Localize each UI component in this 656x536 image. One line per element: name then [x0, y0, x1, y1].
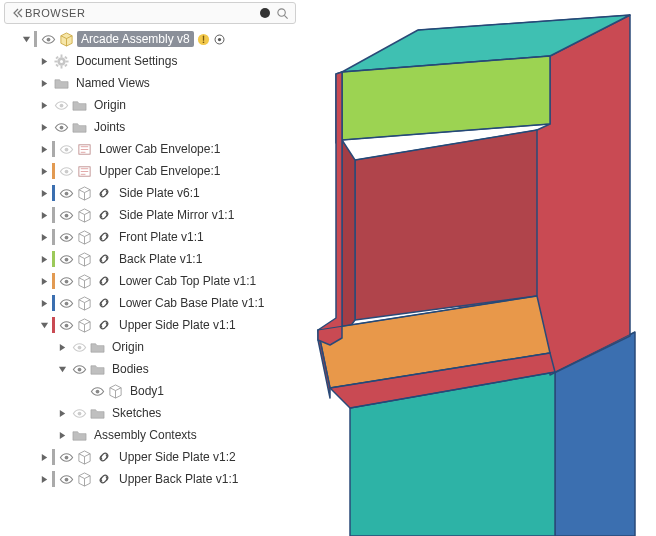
item-label: Origin [90, 97, 130, 113]
visibility-off-icon[interactable] [57, 164, 75, 179]
chevron-right-icon[interactable] [36, 233, 52, 242]
folder-icon [70, 96, 88, 114]
tree-item-side-plate[interactable]: Side Plate v6:1 [4, 182, 300, 204]
item-label: Document Settings [72, 53, 181, 69]
visibility-icon[interactable] [57, 472, 75, 487]
tree-root[interactable]: Arcade Assembly v8 [4, 28, 300, 50]
chevron-right-icon[interactable] [36, 453, 52, 462]
visibility-icon[interactable] [57, 274, 75, 289]
item-label: Sketches [108, 405, 165, 421]
link-icon [95, 470, 113, 488]
folder-icon [70, 426, 88, 444]
link-icon [95, 228, 113, 246]
chevron-right-icon[interactable] [36, 145, 52, 154]
collapse-icon[interactable] [11, 7, 25, 19]
visibility-icon[interactable] [57, 450, 75, 465]
component-icon [75, 206, 93, 224]
svg-marker-23 [355, 130, 537, 320]
item-label: Upper Side Plate v1:2 [115, 449, 240, 465]
tree-item-back-plate[interactable]: Back Plate v1:1 [4, 248, 300, 270]
body-icon [106, 382, 124, 400]
chevron-right-icon[interactable] [36, 255, 52, 264]
chevron-right-icon[interactable] [36, 79, 52, 88]
component-icon [75, 250, 93, 268]
tree-item-usp-origin[interactable]: Origin [4, 336, 300, 358]
chevron-right-icon[interactable] [36, 277, 52, 286]
tree-item-body1[interactable]: Body1 [4, 380, 300, 402]
tree-item-usp-asm-ctx[interactable]: Assembly Contexts [4, 424, 300, 446]
tree-item-doc-settings[interactable]: Document Settings [4, 50, 300, 72]
visibility-icon[interactable] [57, 230, 75, 245]
target-icon[interactable] [213, 33, 226, 46]
link-icon [95, 250, 113, 268]
visibility-off-icon[interactable] [57, 142, 75, 157]
tree-item-lower-cab-top[interactable]: Lower Cab Top Plate v1:1 [4, 270, 300, 292]
tree-item-usp-bodies[interactable]: Bodies [4, 358, 300, 380]
chevron-down-icon[interactable] [18, 35, 34, 44]
visibility-icon[interactable] [70, 362, 88, 377]
chevron-right-icon[interactable] [36, 101, 52, 110]
link-icon [95, 184, 113, 202]
chevron-right-icon[interactable] [36, 211, 52, 220]
visibility-icon[interactable] [57, 296, 75, 311]
visibility-icon[interactable] [57, 252, 75, 267]
panel-min-icon[interactable] [260, 8, 270, 18]
visibility-off-icon[interactable] [70, 406, 88, 421]
tree-item-lower-cab-base[interactable]: Lower Cab Base Plate v1:1 [4, 292, 300, 314]
chevron-right-icon[interactable] [36, 57, 52, 66]
color-swatch [52, 163, 55, 179]
color-swatch [52, 185, 55, 201]
visibility-icon[interactable] [57, 208, 75, 223]
component-icon [75, 470, 93, 488]
item-label: Side Plate Mirror v1:1 [115, 207, 238, 223]
visibility-icon[interactable] [57, 186, 75, 201]
tree-item-upper-cab-env[interactable]: Upper Cab Envelope:1 [4, 160, 300, 182]
chevron-right-icon[interactable] [54, 343, 70, 352]
link-icon [95, 448, 113, 466]
folder-icon [88, 404, 106, 422]
visibility-off-icon[interactable] [70, 340, 88, 355]
tree-item-front-plate[interactable]: Front Plate v1:1 [4, 226, 300, 248]
chevron-right-icon[interactable] [54, 409, 70, 418]
visibility-icon[interactable] [57, 318, 75, 333]
chevron-right-icon[interactable] [36, 123, 52, 132]
tree: Arcade Assembly v8 Document Settings Nam… [0, 28, 300, 490]
component-icon [75, 228, 93, 246]
visibility-icon[interactable] [52, 120, 70, 135]
tree-item-upper-side-plate-2[interactable]: Upper Side Plate v1:2 [4, 446, 300, 468]
svg-marker-28 [318, 72, 342, 345]
tree-item-lower-cab-env[interactable]: Lower Cab Envelope:1 [4, 138, 300, 160]
visibility-icon[interactable] [39, 32, 57, 47]
chevron-down-icon[interactable] [36, 321, 52, 330]
item-label: Bodies [108, 361, 153, 377]
envelope-icon [75, 162, 93, 180]
chevron-down-icon[interactable] [54, 365, 70, 374]
search-icon[interactable] [276, 7, 289, 20]
chevron-right-icon[interactable] [36, 475, 52, 484]
item-label: Lower Cab Top Plate v1:1 [115, 273, 260, 289]
panel-header: BROWSER [4, 2, 296, 24]
chevron-right-icon[interactable] [54, 431, 70, 440]
component-icon [75, 316, 93, 334]
tree-item-upper-back-plate[interactable]: Upper Back Plate v1:1 [4, 468, 300, 490]
viewport-3d[interactable] [300, 0, 656, 536]
tree-item-origin[interactable]: Origin [4, 94, 300, 116]
color-swatch [52, 273, 55, 289]
tree-item-joints[interactable]: Joints [4, 116, 300, 138]
item-label: Side Plate v6:1 [115, 185, 204, 201]
item-label: Upper Cab Envelope:1 [95, 163, 224, 179]
visibility-off-icon[interactable] [52, 98, 70, 113]
color-swatch [52, 295, 55, 311]
chevron-right-icon[interactable] [36, 167, 52, 176]
item-label: Lower Cab Envelope:1 [95, 141, 224, 157]
tree-item-named-views[interactable]: Named Views [4, 72, 300, 94]
chevron-right-icon[interactable] [36, 189, 52, 198]
item-label: Origin [108, 339, 148, 355]
tree-item-usp-sketches[interactable]: Sketches [4, 402, 300, 424]
tree-item-upper-side-plate[interactable]: Upper Side Plate v1:1 [4, 314, 300, 336]
link-icon [95, 316, 113, 334]
chevron-right-icon[interactable] [36, 299, 52, 308]
tree-item-side-plate-mirror[interactable]: Side Plate Mirror v1:1 [4, 204, 300, 226]
visibility-icon[interactable] [88, 384, 106, 399]
warning-icon[interactable] [197, 33, 210, 46]
